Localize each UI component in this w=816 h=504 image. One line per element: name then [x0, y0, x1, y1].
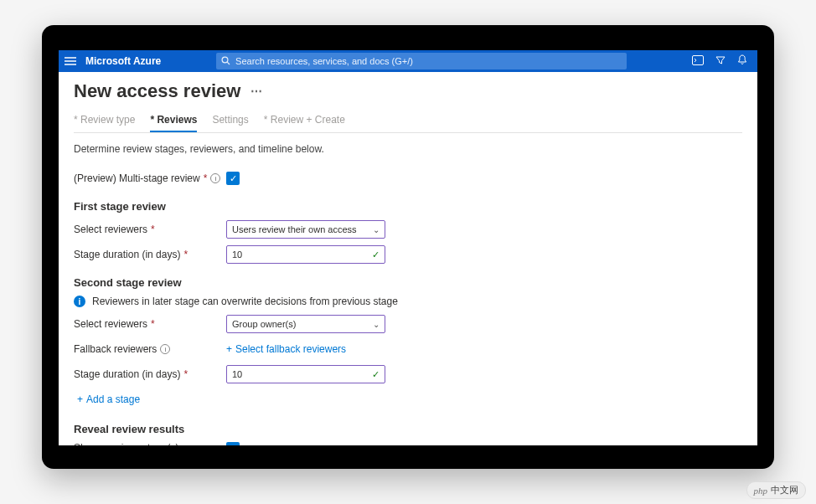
info-icon[interactable]: i — [160, 344, 170, 354]
svg-point-0 — [222, 57, 228, 63]
plus-icon: + — [226, 343, 232, 355]
multi-stage-checkbox[interactable]: ✓ — [226, 172, 240, 185]
second-duration-input[interactable]: 10 ✓ — [226, 365, 385, 383]
label-text: Fallback reviewers — [74, 343, 157, 355]
tab-settings[interactable]: Settings — [212, 114, 248, 132]
add-stage-link[interactable]: + Add a stage — [77, 393, 140, 405]
badge-text: 中文网 — [771, 484, 798, 496]
first-duration-label: Stage duration (in days) * — [74, 249, 226, 260]
first-stage-heading: First stage review — [74, 200, 742, 213]
multi-stage-label: (Preview) Multi-stage review * i — [74, 172, 226, 184]
required-star: * — [183, 368, 188, 380]
first-duration-row: Stage duration (in days) * 10 ✓ — [74, 244, 742, 265]
page-content: New access review ⋯ Review type Reviews … — [59, 72, 757, 445]
required-star: * — [183, 249, 188, 260]
second-duration-label: Stage duration (in days) * — [74, 368, 226, 380]
search-placeholder: Search resources, services, and docs (G+… — [235, 56, 413, 66]
notifications-icon[interactable] — [737, 54, 747, 68]
add-stage-row: + Add a stage — [74, 389, 742, 409]
intro-text: Determine review stages, reviewers, and … — [74, 143, 742, 155]
info-overwrite: i Reviewers in later stage can overwrite… — [74, 296, 742, 307]
required-star: * — [204, 172, 208, 184]
cloud-shell-icon[interactable] — [692, 55, 704, 68]
second-reviewers-row: Select reviewers * Group owner(s) ⌄ — [74, 314, 742, 334]
second-reviewers-label: Select reviewers * — [74, 318, 226, 330]
info-icon: i — [74, 296, 85, 307]
first-reviewers-select[interactable]: Users review their own access ⌄ — [226, 220, 385, 239]
link-text: Select fallback reviewers — [235, 343, 346, 355]
second-stage-heading: Second stage review — [74, 276, 742, 289]
topbar-actions — [682, 54, 757, 68]
select-value: Group owner(s) — [232, 319, 296, 329]
second-reviewers-select[interactable]: Group owner(s) ⌄ — [226, 315, 385, 333]
search-wrap: Search resources, services, and docs (G+… — [161, 53, 682, 69]
page-title: New access review — [74, 80, 240, 102]
screen: Microsoft Azure Search resources, servic… — [59, 50, 757, 445]
select-value: Users review their own access — [232, 224, 357, 234]
label-text: Stage duration (in days) — [74, 249, 180, 260]
show-prev-checkbox[interactable]: ✓ — [226, 442, 240, 445]
fallback-row: Fallback reviewers i + Select fallback r… — [74, 339, 742, 359]
page-title-row: New access review ⋯ — [74, 80, 742, 102]
first-reviewers-row: Select reviewers * Users review their ow… — [74, 219, 742, 239]
device-frame: Microsoft Azure Search resources, servic… — [42, 25, 774, 469]
first-duration-input[interactable]: 10 ✓ — [226, 245, 385, 264]
tabs: Review type Reviews Settings Review + Cr… — [74, 114, 742, 133]
label-text: Stage duration (in days) — [74, 368, 180, 380]
label-text: Select reviewers — [74, 224, 147, 235]
azure-topbar: Microsoft Azure Search resources, servic… — [59, 50, 757, 72]
multi-stage-label-text: (Preview) Multi-stage review — [74, 172, 200, 184]
tab-reviews[interactable]: Reviews — [150, 114, 197, 132]
second-duration-row: Stage duration (in days) * 10 ✓ — [74, 364, 742, 384]
search-icon — [221, 56, 230, 67]
menu-icon[interactable] — [59, 57, 82, 65]
plus-icon: + — [77, 393, 83, 405]
tab-review-create[interactable]: Review + Create — [264, 114, 345, 132]
first-reviewers-label: Select reviewers * — [74, 224, 226, 235]
info-icon[interactable]: i — [210, 173, 220, 183]
required-star: * — [151, 224, 155, 235]
label-text: Select reviewers — [74, 318, 147, 330]
valid-icon: ✓ — [372, 249, 380, 260]
filter-icon[interactable] — [715, 55, 726, 68]
watermark-badge: php 中文网 — [746, 481, 807, 499]
svg-rect-2 — [693, 55, 704, 64]
search-input[interactable]: Search resources, services, and docs (G+… — [216, 53, 627, 69]
link-text: Add a stage — [86, 393, 140, 405]
chevron-down-icon: ⌄ — [373, 320, 380, 329]
fallback-label: Fallback reviewers i — [74, 343, 226, 355]
select-fallback-link[interactable]: + Select fallback reviewers — [226, 343, 346, 355]
valid-icon: ✓ — [372, 369, 380, 380]
php-icon: php — [754, 486, 768, 496]
multi-stage-row: (Preview) Multi-stage review * i ✓ — [74, 168, 742, 188]
input-value: 10 — [232, 249, 242, 260]
input-value: 10 — [232, 369, 242, 379]
info-text: Reviewers in later stage can overwrite d… — [92, 296, 398, 307]
label-text: Show previous stage(s) decisions to late… — [74, 442, 216, 445]
show-prev-label: Show previous stage(s) decisions to late… — [74, 442, 226, 445]
reveal-heading: Reveal review results — [74, 423, 742, 435]
svg-line-1 — [227, 62, 230, 64]
brand-label[interactable]: Microsoft Azure — [82, 55, 161, 67]
more-icon[interactable]: ⋯ — [250, 85, 262, 98]
required-star: * — [151, 318, 155, 330]
tab-review-type[interactable]: Review type — [74, 114, 135, 132]
chevron-down-icon: ⌄ — [373, 225, 380, 234]
show-prev-row: Show previous stage(s) decisions to late… — [74, 442, 742, 445]
